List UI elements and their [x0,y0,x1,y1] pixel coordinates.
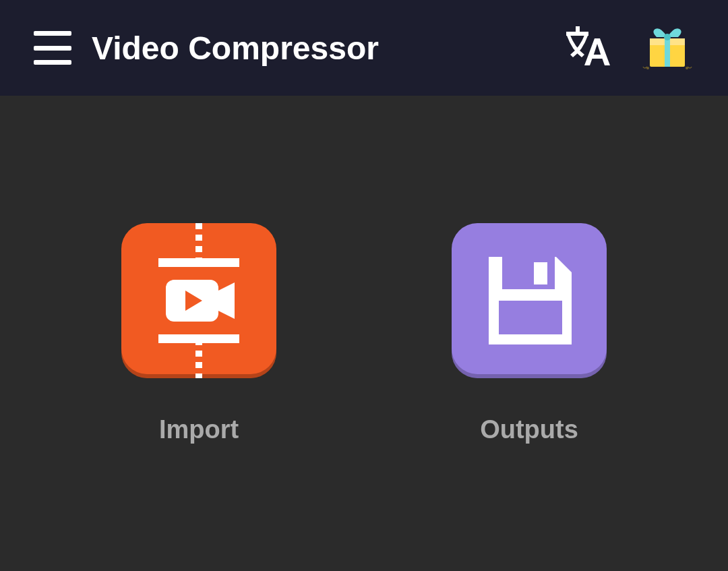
svg-rect-12 [534,262,547,284]
gift-icon [640,20,694,73]
import-label: Import [159,415,239,444]
app-header: Video Compressor [0,0,728,96]
hamburger-icon [34,46,71,51]
svg-rect-13 [499,301,562,334]
gift-button[interactable] [640,20,694,76]
hamburger-icon [34,31,71,36]
menu-button[interactable] [34,31,71,65]
svg-rect-8 [158,258,239,267]
outputs-button[interactable]: Outputs [452,223,607,444]
outputs-label: Outputs [480,415,578,444]
translate-icon [563,26,610,67]
import-button[interactable]: Import [121,223,276,444]
language-button[interactable] [563,26,610,69]
svg-rect-2 [665,38,670,67]
compress-video-icon [121,223,276,378]
main-area: Import Outputs [0,96,728,571]
svg-rect-9 [158,334,239,343]
hamburger-icon [34,60,71,65]
svg-point-3 [664,34,671,40]
app-title: Video Compressor [92,30,563,67]
outputs-icon-container [452,223,607,378]
import-icon-container [121,223,276,378]
save-floppy-icon [452,223,607,378]
